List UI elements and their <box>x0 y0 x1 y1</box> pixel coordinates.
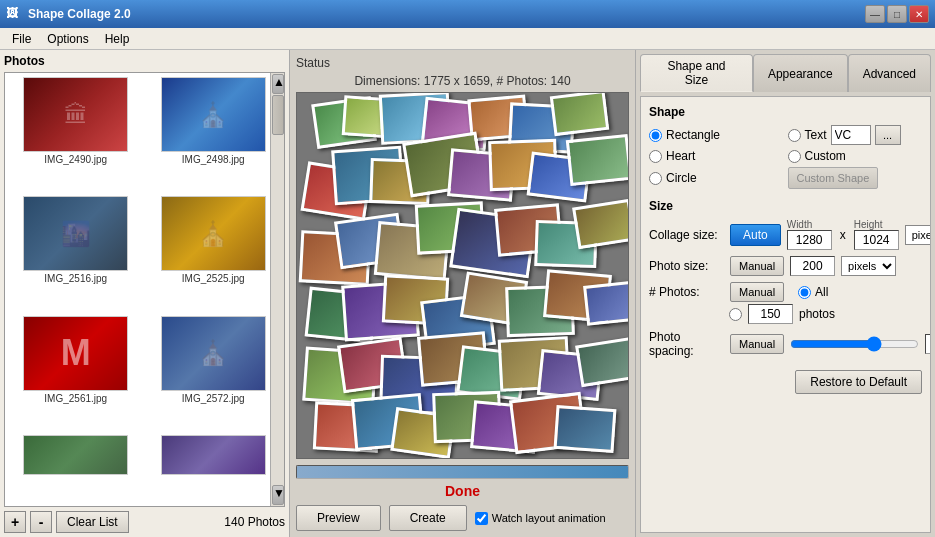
list-item[interactable]: ⛪ IMG_2525.jpg <box>147 196 281 311</box>
collage-size-row: Collage size: Auto Width x Height pixels <box>649 219 922 250</box>
menubar: File Options Help <box>0 28 935 50</box>
shape-text-radio[interactable] <box>788 129 801 142</box>
shape-circle-label: Circle <box>666 171 697 185</box>
close-button[interactable]: ✕ <box>909 5 929 23</box>
collage-actions: Preview Create Watch layout animation <box>296 505 629 531</box>
app-icon: 🖼 <box>6 6 22 22</box>
tab-advanced[interactable]: Advanced <box>848 54 931 92</box>
collage-panel: Status Dimensions: 1775 x 1659, # Photos… <box>290 50 635 537</box>
remove-photo-button[interactable]: - <box>30 511 52 533</box>
num-manual-radio[interactable] <box>729 308 742 321</box>
num-photos-input[interactable] <box>748 304 793 324</box>
watch-animation-label[interactable]: Watch layout animation <box>475 512 606 525</box>
height-input[interactable] <box>854 230 899 250</box>
shape-section-title: Shape <box>649 105 922 119</box>
progress-fill <box>297 466 628 478</box>
shape-custom[interactable]: Custom <box>788 149 923 163</box>
shape-heart[interactable]: Heart <box>649 149 784 163</box>
shape-circle-radio[interactable] <box>649 172 662 185</box>
num-photos-unit: photos <box>799 307 835 321</box>
photo-thumb: М <box>23 316 128 391</box>
spacing-slider[interactable] <box>790 336 919 352</box>
scrollbar-track[interactable]: ▲ ▼ <box>270 73 284 506</box>
auto-button[interactable]: Auto <box>730 224 781 246</box>
shape-rectangle[interactable]: Rectangle <box>649 125 784 145</box>
status-bar: Status <box>296 56 629 70</box>
shape-options: Rectangle Text ... Heart <box>649 125 922 189</box>
dimensions-text: Dimensions: 1775 x 1659, # Photos: 140 <box>296 74 629 88</box>
restore-container: Restore to Default <box>649 366 922 394</box>
status-label: Status <box>296 56 330 70</box>
photos-panel: Photos 🏛 IMG_2490.jpg ⛪ IMG_2498.jpg <box>0 50 290 537</box>
shape-custom-radio[interactable] <box>788 150 801 163</box>
main-content: Photos 🏛 IMG_2490.jpg ⛪ IMG_2498.jpg <box>0 50 935 537</box>
photo-thumb <box>23 435 128 475</box>
preview-button[interactable]: Preview <box>296 505 381 531</box>
photos-grid-container: 🏛 IMG_2490.jpg ⛪ IMG_2498.jpg 🌆 IMG <box>4 72 285 507</box>
size-section-title: Size <box>649 199 922 213</box>
width-input[interactable] <box>787 230 832 250</box>
shape-heart-radio[interactable] <box>649 150 662 163</box>
num-manual-option[interactable] <box>729 308 742 321</box>
create-button[interactable]: Create <box>389 505 467 531</box>
shape-text-row: Text ... <box>788 125 923 145</box>
photo-thumb <box>161 435 266 475</box>
right-panel: Shape and Size Appearance Advanced Shape… <box>635 50 935 537</box>
spacing-manual-button[interactable]: Manual <box>730 334 784 354</box>
photo-size-unit-select[interactable]: pixels <box>841 256 896 276</box>
shape-rectangle-radio[interactable] <box>649 129 662 142</box>
photo-thumb: ⛪ <box>161 316 266 391</box>
num-all-option[interactable]: All <box>798 285 828 299</box>
height-container: Height <box>854 219 899 250</box>
scrollbar-down-arrow[interactable]: ▼ <box>272 485 284 505</box>
collage-background <box>297 93 628 458</box>
num-photos-row: # Photos: Manual All <box>649 282 922 302</box>
num-photos-manual-row: photos <box>649 304 922 324</box>
list-item[interactable] <box>9 435 143 502</box>
photo-filename: IMG_2561.jpg <box>44 393 107 404</box>
menu-help[interactable]: Help <box>97 30 138 48</box>
shape-text-label: Text <box>805 128 827 142</box>
list-item[interactable]: ⛪ IMG_2572.jpg <box>147 316 281 431</box>
photo-thumb: 🌆 <box>23 196 128 271</box>
clear-list-button[interactable]: Clear List <box>56 511 129 533</box>
list-item[interactable]: М IMG_2561.jpg <box>9 316 143 431</box>
num-all-radio[interactable] <box>798 286 811 299</box>
size-unit-select[interactable]: pixels <box>905 225 931 245</box>
spacing-slider-container <box>790 336 919 352</box>
maximize-button[interactable]: □ <box>887 5 907 23</box>
scrollbar-thumb[interactable] <box>272 95 284 135</box>
restore-default-button[interactable]: Restore to Default <box>795 370 922 394</box>
shape-circle[interactable]: Circle <box>649 167 784 189</box>
shape-text[interactable]: Text <box>788 128 827 142</box>
photos-bottom-bar: + - Clear List 140 Photos <box>4 511 285 533</box>
watch-animation-checkbox[interactable] <box>475 512 488 525</box>
tab-shape-size[interactable]: Shape and Size <box>640 54 753 92</box>
scrollbar-up-arrow[interactable]: ▲ <box>272 74 284 94</box>
minimize-button[interactable]: — <box>865 5 885 23</box>
add-photo-button[interactable]: + <box>4 511 26 533</box>
menu-options[interactable]: Options <box>39 30 96 48</box>
collage-tile <box>583 280 628 326</box>
spacing-value-input[interactable] <box>925 334 931 354</box>
photos-grid: 🏛 IMG_2490.jpg ⛪ IMG_2498.jpg 🌆 IMG <box>5 73 284 506</box>
num-photos-manual-button[interactable]: Manual <box>730 282 784 302</box>
photo-size-manual-button[interactable]: Manual <box>730 256 784 276</box>
list-item[interactable]: 🌆 IMG_2516.jpg <box>9 196 143 311</box>
photo-size-input[interactable] <box>790 256 835 276</box>
list-item[interactable]: 🏛 IMG_2490.jpg <box>9 77 143 192</box>
photo-filename: IMG_2498.jpg <box>182 154 245 165</box>
tabs-header: Shape and Size Appearance Advanced <box>640 54 931 92</box>
height-label: Height <box>854 219 899 230</box>
text-shape-input[interactable] <box>831 125 871 145</box>
collage-tile <box>572 198 628 249</box>
list-item[interactable] <box>147 435 281 502</box>
app-title: Shape Collage 2.0 <box>28 7 865 21</box>
menu-file[interactable]: File <box>4 30 39 48</box>
custom-shape-button[interactable]: Custom Shape <box>788 167 879 189</box>
tab-appearance[interactable]: Appearance <box>753 54 848 92</box>
photo-size-label: Photo size: <box>649 259 724 273</box>
list-item[interactable]: ⛪ IMG_2498.jpg <box>147 77 281 192</box>
browse-button[interactable]: ... <box>875 125 901 145</box>
window-controls: — □ ✕ <box>865 5 929 23</box>
